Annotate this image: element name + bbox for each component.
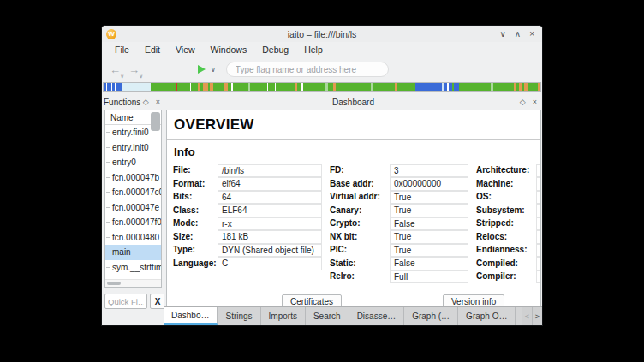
tab-disasse-[interactable]: Disasse… xyxy=(349,307,405,325)
close-icon[interactable]: × xyxy=(529,30,534,39)
info-value[interactable]: True xyxy=(390,244,468,258)
info-label: Crypto: xyxy=(330,218,390,228)
info-row: Subsystem:linux xyxy=(476,204,541,217)
overview-heading: OVERVIEW xyxy=(174,116,540,134)
info-value[interactable]: Full xyxy=(390,270,468,284)
function-name: entry.fini0 xyxy=(112,128,149,137)
forward-icon[interactable]: →∨ xyxy=(128,64,140,75)
info-value[interactable]: True xyxy=(536,230,541,244)
info-column-1: File:/bin/lsFormat:elf64Bits:64Class:ELF… xyxy=(173,163,322,283)
info-value[interactable]: False xyxy=(390,257,468,270)
function-list-item[interactable]: main xyxy=(105,245,161,260)
function-name: entry0 xyxy=(112,157,136,167)
functions-hscroll-thumb[interactable] xyxy=(107,282,121,285)
function-list-item[interactable]: entry.init0 xyxy=(105,140,161,156)
colorbar[interactable] xyxy=(103,82,541,92)
menu-item-debug[interactable]: Debug xyxy=(254,43,296,56)
search-input[interactable] xyxy=(226,62,389,77)
functions-horizontal-scrollbar[interactable] xyxy=(105,279,161,287)
function-list-item[interactable]: fcn.000047b xyxy=(105,170,161,186)
info-row: OS:linux xyxy=(476,190,541,204)
minimize-icon[interactable]: ∨ xyxy=(500,30,506,39)
info-value[interactable]: 64 xyxy=(218,191,322,205)
info-row: Language:C xyxy=(173,257,322,270)
info-value[interactable]: True xyxy=(390,230,468,244)
back-icon[interactable]: ←∨ xyxy=(110,64,121,75)
info-value[interactable]: little xyxy=(536,244,541,258)
play-dropdown-icon[interactable]: ∨ xyxy=(211,66,216,74)
functions-float-icon[interactable]: ◇ xyxy=(143,98,149,106)
version-info-button[interactable]: Version info xyxy=(443,294,504,307)
tab-strings[interactable]: Strings xyxy=(218,307,260,325)
function-name: entry.init0 xyxy=(112,143,149,152)
info-row: Relocs:True xyxy=(476,230,541,244)
menu-item-windows[interactable]: Windows xyxy=(203,43,255,56)
function-list-item[interactable]: fcn.000047e xyxy=(105,200,161,216)
tab-scroll-left-icon[interactable]: < xyxy=(522,307,532,325)
tab-imports[interactable]: Imports xyxy=(261,307,306,325)
certificates-button[interactable]: Certificates xyxy=(282,294,342,307)
menu-item-file[interactable]: File xyxy=(107,43,137,56)
tab-dashbo-[interactable]: Dashbo… xyxy=(164,307,218,325)
info-value[interactable]: True xyxy=(390,191,468,205)
quick-filter-input[interactable] xyxy=(104,294,147,309)
functions-close-icon[interactable]: × xyxy=(156,98,160,106)
info-value[interactable]: DYN (Shared object file) xyxy=(218,244,322,258)
function-name: fcn.0000480 xyxy=(112,233,159,242)
continue-play-icon[interactable] xyxy=(198,65,206,74)
info-value[interactable]: linux xyxy=(536,191,541,205)
info-label: Bits: xyxy=(173,192,218,201)
dashboard-panel-title: Dashboard xyxy=(166,98,540,107)
info-value[interactable]: N/A xyxy=(536,270,541,284)
function-list-item[interactable]: entry.fini0 xyxy=(105,125,161,140)
info-label: Static: xyxy=(330,258,390,268)
maximize-icon[interactable]: ∧ xyxy=(515,30,521,39)
info-label: File: xyxy=(173,165,218,175)
info-label: Canary: xyxy=(330,205,390,215)
info-row: PIC:True xyxy=(330,243,468,257)
info-row: FD:3 xyxy=(330,163,468,177)
info-value[interactable]: C xyxy=(218,257,322,270)
tab-scroll-right-icon[interactable]: > xyxy=(532,307,542,325)
function-name: fcn.000047e xyxy=(112,203,159,212)
function-list-item[interactable]: sym.__strftim xyxy=(105,260,161,276)
titlebar[interactable]: W iaito – file:///bin/ls ∨ ∧ × xyxy=(102,26,542,42)
functions-column-header[interactable]: Name xyxy=(105,110,161,125)
menu-item-help[interactable]: Help xyxy=(296,43,331,56)
functions-table: Name entry.fini0entry.init0entry0fcn.000… xyxy=(104,110,162,288)
dashboard-panel-header[interactable]: Dashboard ◇ × xyxy=(166,95,540,110)
tab-graph-[interactable]: Graph (… xyxy=(404,307,458,325)
quick-filter-bar: X xyxy=(104,293,164,310)
functions-panel-header[interactable]: Functions ◇ × xyxy=(104,95,164,110)
info-value[interactable]: False xyxy=(536,217,541,231)
function-list-item[interactable]: fcn.000047c0 xyxy=(105,185,161,200)
info-value[interactable]: N/A xyxy=(536,257,541,270)
menu-item-view[interactable]: View xyxy=(168,43,203,56)
function-list-item[interactable]: fcn.0000480 xyxy=(105,230,161,246)
info-value[interactable]: r-x xyxy=(218,217,322,231)
menu-item-edit[interactable]: Edit xyxy=(137,43,168,56)
tab-search[interactable]: Search xyxy=(306,307,349,325)
tab-graph-o-[interactable]: Graph O… xyxy=(458,307,516,325)
info-label: Stripped: xyxy=(476,218,536,228)
info-value[interactable]: 181 kB xyxy=(218,230,322,244)
info-value[interactable]: 0x00000000 xyxy=(390,177,468,191)
info-row: Relro:Full xyxy=(330,270,468,283)
info-value[interactable]: /bin/ls xyxy=(218,164,322,178)
info-value[interactable]: True xyxy=(390,204,468,217)
info-value[interactable]: AMD x86 xyxy=(536,177,541,191)
info-value[interactable]: False xyxy=(390,217,468,231)
info-value[interactable]: ELF64 xyxy=(218,204,322,217)
info-label: Compiled: xyxy=(476,258,536,268)
info-row: File:/bin/ls xyxy=(173,163,322,177)
info-value[interactable]: x86 xyxy=(536,164,541,178)
info-value[interactable]: 3 xyxy=(390,164,468,178)
function-list-item[interactable]: entry0 xyxy=(105,155,161,170)
info-label: Language: xyxy=(173,258,218,268)
window-controls: ∨ ∧ × xyxy=(500,30,543,39)
info-row: Stripped:False xyxy=(476,217,541,230)
info-value[interactable]: elf64 xyxy=(218,177,322,191)
function-list-item[interactable]: fcn.000047f0 xyxy=(105,215,161,230)
window-title: iaito – file:///bin/ls xyxy=(102,29,542,39)
info-value[interactable]: linux xyxy=(536,204,541,217)
